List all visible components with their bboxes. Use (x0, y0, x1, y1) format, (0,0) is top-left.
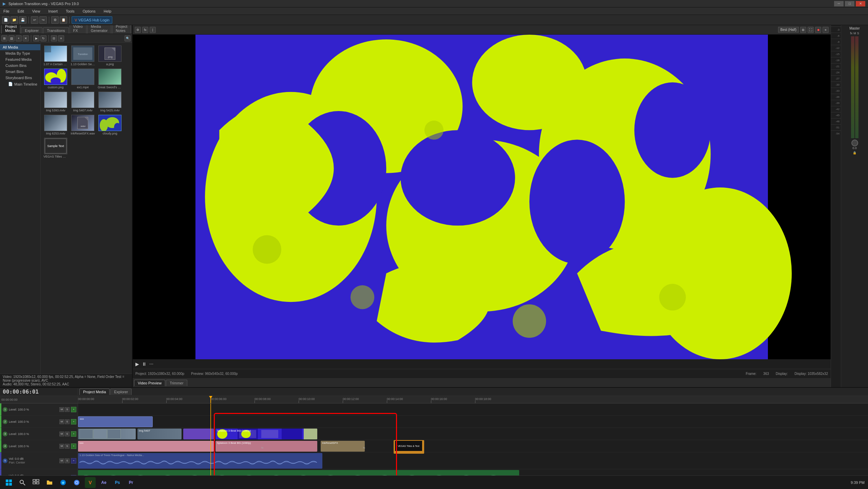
taskbar-vegas[interactable]: V (85, 477, 96, 488)
timeline-tab-explorer[interactable]: Explorer (110, 388, 132, 395)
tab-explorer[interactable]: Explorer (21, 27, 42, 34)
menu-help[interactable]: Help (102, 8, 113, 14)
track-3-expand[interactable]: + (71, 431, 76, 437)
taskbar-ps[interactable]: Ps (112, 477, 123, 488)
track-4-text-overlay[interactable]: VEGAS Titles & Text (394, 440, 424, 454)
media-item-cloudy[interactable]: cloudy.png (98, 115, 122, 135)
media-loop-btn[interactable]: ↻ (40, 35, 46, 41)
start-button[interactable] (3, 477, 14, 488)
media-view-btn[interactable]: ⊟ (51, 35, 57, 41)
preview-play-btn[interactable]: ▶ (135, 361, 139, 367)
track-2-clip-1[interactable]: xxx (78, 416, 153, 427)
track-4-expand[interactable]: + (71, 443, 76, 449)
media-item-img6253[interactable]: Img 6253.m4v (43, 115, 68, 135)
preview-fullscreen-btn[interactable]: ⛶ (808, 27, 814, 33)
track-3-m-btn[interactable]: M (59, 432, 64, 436)
new-project-button[interactable]: 📄 (2, 16, 10, 24)
tree-featured-media[interactable]: Featured Media (0, 56, 40, 62)
media-item-custompng[interactable]: custom.png (43, 69, 68, 89)
track-4-s-btn[interactable]: S (65, 444, 70, 449)
media-btn-1[interactable]: ⊞ (1, 35, 7, 41)
tab-project-notes[interactable]: Project Notes (112, 25, 131, 34)
open-button[interactable]: 📁 (11, 16, 18, 24)
tree-media-by-type[interactable]: Media By Type (0, 50, 40, 56)
master-lock-btn[interactable]: 🔒 (853, 151, 856, 155)
master-m-label[interactable]: M (853, 32, 856, 35)
menu-insert[interactable]: Insert (47, 8, 59, 14)
menu-tools[interactable]: Tools (64, 8, 76, 14)
close-button[interactable]: ✕ (856, 1, 865, 6)
tree-main-timeline[interactable]: 📄 Main Timeline (0, 81, 40, 87)
track-3-clip-splatoon[interactable]: Splatoon 3 Beat BG (1080p) (215, 429, 317, 439)
tree-all-media[interactable]: All Media (0, 44, 40, 50)
redo-button[interactable]: ↪ (39, 16, 47, 24)
track-3-s-btn[interactable]: S (65, 432, 70, 436)
hub-login-button[interactable]: V VEGAS Hub Login (72, 16, 112, 24)
track-4-clip-1[interactable]: xxx (78, 441, 214, 452)
menu-file[interactable]: File (2, 8, 11, 14)
track-5-s-btn[interactable]: S (65, 458, 70, 463)
master-s-label[interactable]: S (857, 32, 859, 35)
media-search-btn[interactable]: 🔍 (125, 35, 131, 41)
master-fx-label[interactable]: fx (850, 32, 852, 35)
menu-view[interactable]: View (31, 8, 42, 14)
media-item-img5407[interactable]: Img 5407.m4v (71, 92, 95, 112)
track-5-clip-audio[interactable]: 1.13 Golden Sea of Trees Travelogue - Na… (78, 453, 322, 469)
track-2-expand[interactable]: + (71, 419, 76, 424)
preview-quality[interactable]: Best (Half) (778, 27, 799, 33)
track-3-clip-img5407[interactable]: Img 5407 (137, 429, 182, 439)
tab-transitions[interactable]: Transitions (43, 27, 69, 34)
media-item-vegas-title[interactable]: Sample Text VEGAS Titles & Text Sample T… (43, 138, 68, 158)
track-1-s-btn[interactable]: S (65, 407, 70, 412)
maximize-button[interactable]: □ (845, 1, 854, 6)
media-item-img5393[interactable]: Img 5393.m4v (43, 92, 68, 112)
tab-project-media[interactable]: Project Media (1, 25, 20, 34)
menu-options[interactable]: Options (81, 8, 97, 14)
menu-edit[interactable]: Edit (16, 8, 25, 14)
tab-media-gen[interactable]: Media Generator (87, 25, 112, 34)
track-3-clip-snow[interactable] (78, 429, 136, 439)
minimize-button[interactable]: ─ (834, 1, 844, 6)
preview-more-btn[interactable]: ≡ (823, 27, 829, 33)
track-1-expand[interactable]: + (71, 407, 76, 412)
track-5-expand[interactable]: + (71, 458, 76, 464)
taskbar-ae[interactable]: Ae (98, 477, 109, 488)
preview-pause-btn[interactable]: ⏸ (142, 361, 147, 367)
track-2-m-btn[interactable]: M (59, 419, 64, 424)
track-1-m-btn[interactable]: M (59, 407, 64, 412)
media-item-img5425[interactable]: Img 5425.m4v (98, 92, 122, 112)
track-5-m-btn[interactable]: M (59, 458, 64, 463)
render-button[interactable]: ⚙ (51, 16, 59, 24)
preview-settings-btn[interactable]: ⚙ (135, 27, 141, 33)
tab-trimmer[interactable]: Trimmer (166, 380, 187, 386)
media-play-btn[interactable]: ▶ (33, 35, 39, 41)
media-item-golden-sea[interactable]: Transition 1.13 Golden Sea of Trees Trav… (71, 46, 95, 66)
taskbar-chrome[interactable] (71, 477, 82, 488)
tab-video-fx[interactable]: Video FX (70, 25, 87, 34)
taskbar-edge[interactable] (58, 477, 69, 488)
preview-stop-btn[interactable]: ⋯ (149, 362, 153, 366)
undo-button[interactable]: ↩ (31, 16, 38, 24)
media-item-apng[interactable]: .png a.png (98, 46, 122, 66)
tab-video-preview[interactable]: Video Preview (134, 380, 165, 386)
tree-smart-bins[interactable]: Smart Bins (0, 69, 40, 75)
properties-button[interactable]: 📋 (60, 16, 67, 24)
media-btn-3[interactable]: + (16, 35, 22, 41)
preview-zoom-btn[interactable]: ⊞ (800, 27, 806, 33)
preview-rec-btn[interactable]: ⏺ (815, 27, 821, 33)
save-button[interactable]: 💾 (19, 16, 26, 24)
media-btn-4[interactable]: ✕ (23, 35, 29, 41)
taskbar-task-view[interactable] (31, 477, 41, 488)
taskbar-premiere[interactable]: Pr (126, 477, 136, 488)
track-3-clip-purple[interactable] (183, 429, 214, 439)
track-4-clip-splatoon2[interactable]: Splatoon 3 Beat BG (1080p) (215, 441, 317, 452)
media-btn-2[interactable]: ▤ (8, 35, 15, 41)
media-item-ex1[interactable]: ex1.mp4 (71, 69, 95, 89)
track-4-clip-ink[interactable]: InkResetSFX (321, 441, 365, 452)
media-item-fantasy[interactable]: 1.07 A Certain Fantasy's Life a... (43, 46, 68, 66)
master-pan-knob[interactable] (851, 140, 858, 146)
track-4-m-btn[interactable]: M (59, 444, 64, 449)
taskbar-search[interactable] (17, 477, 28, 488)
preview-fx-btn[interactable]: fx (142, 27, 148, 33)
media-item-greatsword[interactable]: Great Sword's Base Daytime - Xenobla... (98, 69, 122, 89)
